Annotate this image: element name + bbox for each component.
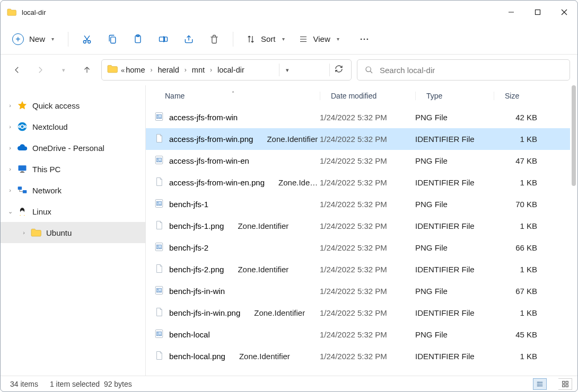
table-row[interactable]: bench-jfs-21/24/2022 5:32 PMPNG File66 K… (146, 237, 570, 259)
table-row[interactable]: access-jfs-from-win-en.pngZone.Identi...… (146, 172, 570, 193)
sidebar-item-onedrive[interactable]: › OneDrive - Personal (1, 137, 145, 158)
cell-name: access-jfs-from-win-en.pngZone.Identi... (146, 177, 320, 188)
scrollbar-thumb[interactable] (572, 85, 576, 186)
table-row[interactable]: bench-local1/24/2022 5:32 PMPNG File45 K… (146, 324, 570, 345)
cell-date: 1/24/2022 5:32 PM (320, 308, 415, 317)
col-name[interactable]: ˄ Name (146, 92, 320, 100)
cell-type: IDENTIFIER File (415, 265, 494, 274)
svg-point-18 (366, 38, 368, 40)
cell-size: 1 KB (494, 135, 545, 144)
sidebar-item-ubuntu[interactable]: › Ubuntu (1, 222, 145, 243)
cell-type: PNG File (415, 113, 494, 122)
overflow-indicator[interactable]: « (121, 66, 125, 74)
delete-button[interactable] (203, 29, 225, 50)
svg-rect-54 (566, 381, 568, 383)
view-button[interactable]: View ▾ (293, 29, 345, 49)
plus-icon: + (12, 33, 24, 45)
back-button[interactable] (8, 61, 26, 79)
cell-type: PNG File (415, 243, 494, 252)
file-extra: Zone.Identifier (238, 265, 288, 274)
file-name: access-jfs-from-win (169, 113, 238, 122)
sidebar-item-quick-access[interactable]: › Quick access (1, 95, 145, 116)
cut-button[interactable] (76, 29, 98, 50)
chevron-right-icon[interactable]: › (19, 229, 29, 236)
paste-button[interactable] (127, 29, 149, 50)
col-type[interactable]: Type (415, 92, 494, 100)
chevron-right-icon[interactable]: › (5, 166, 15, 172)
file-name: bench-local.png (169, 352, 225, 361)
refresh-button[interactable] (330, 65, 348, 75)
svg-rect-26 (21, 171, 24, 172)
table-row[interactable]: bench-jfs-1.pngZone.Identifier1/24/2022 … (146, 215, 570, 237)
file-extra: Zone.Identifier (254, 308, 305, 317)
file-name: bench-jfs-in-win (169, 287, 225, 296)
file-icon (154, 329, 164, 340)
new-button[interactable]: + New ▾ (6, 29, 60, 49)
table-row[interactable]: access-jfs-from-win-en1/24/2022 5:32 PMP… (146, 150, 570, 172)
file-name: bench-jfs-2 (169, 243, 208, 252)
scrollbar[interactable] (570, 85, 577, 376)
table-row[interactable]: bench-jfs-in-win.pngZone.Identifier1/24/… (146, 302, 570, 324)
table-row[interactable]: access-jfs-from-win.pngZone.Identifier1/… (146, 128, 570, 150)
chevron-right-icon[interactable]: › (5, 187, 15, 193)
svg-point-16 (361, 38, 362, 40)
copy-button[interactable] (101, 29, 124, 50)
body: › Quick access › Nextcloud › OneDrive - … (1, 85, 577, 376)
table-row[interactable]: access-jfs-from-win1/24/2022 5:32 PMPNG … (146, 106, 570, 128)
cell-size: 67 KB (494, 287, 545, 296)
cell-date: 1/24/2022 5:32 PM (320, 221, 415, 230)
folder-icon (7, 8, 16, 16)
up-button[interactable] (78, 61, 96, 79)
more-button[interactable] (353, 29, 375, 50)
chevron-down-icon[interactable]: ⌄ (5, 208, 15, 215)
crumb-home[interactable]: home (125, 64, 146, 76)
maximize-button[interactable] (524, 1, 551, 24)
table-row[interactable]: bench-local.pngZone.Identifier1/24/2022 … (146, 345, 570, 367)
rename-button[interactable] (152, 29, 174, 50)
crumb-local-dir[interactable]: local-dir (216, 64, 246, 76)
file-icon (154, 155, 164, 166)
sidebar-item-network[interactable]: › Network (1, 180, 145, 201)
table-row[interactable]: bench-jfs-11/24/2022 5:32 PMPNG File70 K… (146, 193, 570, 215)
close-button[interactable] (551, 1, 577, 24)
address-dropdown[interactable]: ▾ (279, 67, 295, 74)
recent-dropdown[interactable]: ▾ (55, 61, 73, 79)
file-name: bench-jfs-1 (169, 200, 208, 209)
cell-date: 1/24/2022 5:32 PM (320, 178, 415, 187)
svg-rect-25 (19, 165, 27, 171)
table-row[interactable]: bench-jfs-in-win1/24/2022 5:32 PMPNG Fil… (146, 280, 570, 302)
details-view-button[interactable] (533, 378, 547, 390)
cell-size: 70 KB (494, 200, 545, 209)
file-icon (154, 307, 164, 318)
sort-button[interactable]: Sort ▾ (241, 29, 290, 49)
file-icon (154, 177, 164, 188)
sidebar-item-this-pc[interactable]: › This PC (1, 158, 145, 180)
crumb-herald[interactable]: herald (157, 64, 180, 76)
forward-button[interactable] (31, 61, 49, 79)
sort-indicator-icon: ˄ (232, 91, 234, 96)
status-bar: 34 items 1 item selected 92 bytes (1, 376, 577, 391)
separator (233, 32, 233, 47)
chevron-down-icon: ▾ (282, 36, 285, 42)
svg-rect-6 (111, 37, 116, 43)
svg-line-20 (370, 71, 372, 73)
nextcloud-icon (16, 121, 28, 132)
chevron-right-icon[interactable]: › (5, 102, 15, 109)
column-headers: ˄ Name Date modified Type Size (146, 85, 570, 106)
chevron-right-icon[interactable]: › (5, 123, 15, 130)
crumb-mnt[interactable]: mnt (191, 64, 206, 76)
col-date[interactable]: Date modified (320, 92, 415, 100)
svg-point-46 (157, 289, 159, 290)
thumbnails-view-button[interactable] (558, 378, 572, 390)
sidebar-item-nextcloud[interactable]: › Nextcloud (1, 116, 145, 137)
breadcrumb[interactable]: « home › herald › mnt › local-dir ▾ (101, 59, 352, 81)
file-name: bench-jfs-2.png (169, 265, 224, 274)
table-row[interactable]: bench-jfs-2.pngZone.Identifier1/24/2022 … (146, 259, 570, 280)
sidebar-item-linux[interactable]: ⌄ Linux (1, 201, 145, 222)
col-size[interactable]: Size (494, 92, 545, 100)
search-input[interactable]: Search local-dir (357, 59, 570, 81)
chevron-right-icon[interactable]: › (5, 145, 15, 151)
cell-type: IDENTIFIER File (415, 178, 494, 187)
minimize-button[interactable] (498, 1, 524, 24)
share-button[interactable] (178, 29, 200, 50)
